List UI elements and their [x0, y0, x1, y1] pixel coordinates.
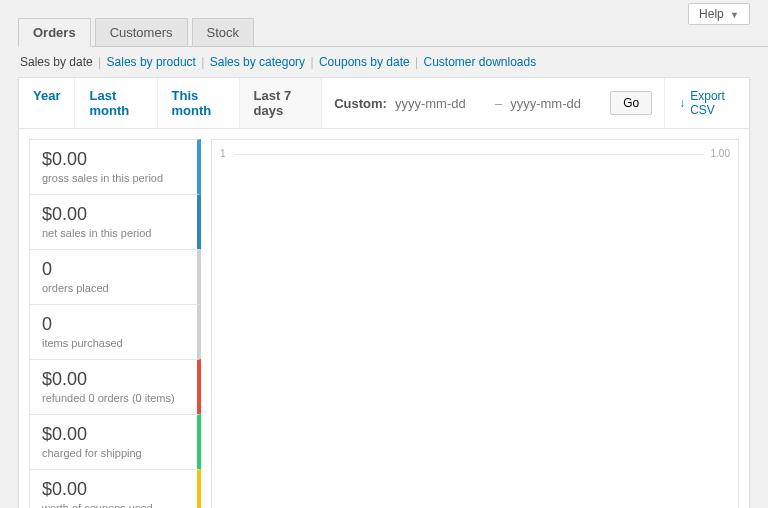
subnav-sales-by-date[interactable]: Sales by date — [20, 55, 93, 69]
stat-value: $0.00 — [42, 479, 185, 500]
stat-value: $0.00 — [42, 204, 185, 225]
separator: | — [415, 55, 418, 69]
stat-gross-sales[interactable]: $0.00 gross sales in this period — [29, 139, 201, 195]
stat-label: refunded 0 orders (0 items) — [42, 392, 185, 404]
stat-items-purchased[interactable]: 0 items purchased — [29, 304, 201, 360]
main-tabs: Orders Customers Stock — [18, 18, 768, 47]
export-csv-button[interactable]: ↓ Export CSV — [664, 78, 749, 128]
stat-label: orders placed — [42, 282, 185, 294]
stat-label: items purchased — [42, 337, 185, 349]
range-last-month[interactable]: Last month — [75, 78, 157, 128]
stat-net-sales[interactable]: $0.00 net sales in this period — [29, 194, 201, 250]
stat-refunded[interactable]: $0.00 refunded 0 orders (0 items) — [29, 359, 201, 415]
stats-column: $0.00 gross sales in this period $0.00 n… — [29, 139, 201, 508]
separator: | — [98, 55, 101, 69]
separator: | — [201, 55, 204, 69]
export-label: Export CSV — [690, 89, 735, 117]
stat-label: gross sales in this period — [42, 172, 185, 184]
date-dash: – — [495, 96, 502, 111]
stat-shipping[interactable]: $0.00 charged for shipping — [29, 414, 201, 470]
chart-area: 1 1.00 — [211, 139, 739, 508]
chart-right-tick: 1.00 — [711, 148, 730, 159]
stat-value: 0 — [42, 314, 185, 335]
report-body: $0.00 gross sales in this period $0.00 n… — [19, 129, 749, 508]
stat-label: charged for shipping — [42, 447, 185, 459]
go-button[interactable]: Go — [610, 91, 652, 115]
stat-value: $0.00 — [42, 424, 185, 445]
range-custom: Custom: – Go — [322, 78, 664, 128]
help-label: Help — [699, 7, 724, 21]
date-to-input[interactable] — [510, 96, 602, 111]
stat-coupons[interactable]: $0.00 worth of coupons used — [29, 469, 201, 508]
chart-gridline — [234, 154, 704, 155]
separator: | — [310, 55, 313, 69]
stat-value: $0.00 — [42, 369, 185, 390]
report-panel: Year Last month This month Last 7 days C… — [18, 77, 750, 508]
subnav-coupons-by-date[interactable]: Coupons by date — [319, 55, 410, 69]
date-range-row: Year Last month This month Last 7 days C… — [19, 78, 749, 129]
subnav-sales-by-product[interactable]: Sales by product — [107, 55, 196, 69]
help-button[interactable]: Help ▼ — [688, 3, 750, 25]
stat-value: 0 — [42, 259, 185, 280]
date-from-input[interactable] — [395, 96, 487, 111]
tab-customers[interactable]: Customers — [95, 18, 188, 46]
stat-label: worth of coupons used — [42, 502, 185, 508]
range-year[interactable]: Year — [19, 78, 75, 128]
report-subnav: Sales by date | Sales by product | Sales… — [20, 55, 768, 69]
tab-orders[interactable]: Orders — [18, 18, 91, 47]
stat-orders-placed[interactable]: 0 orders placed — [29, 249, 201, 305]
stat-value: $0.00 — [42, 149, 185, 170]
range-last-7-days[interactable]: Last 7 days — [240, 78, 323, 128]
subnav-sales-by-category[interactable]: Sales by category — [210, 55, 305, 69]
subnav-customer-downloads[interactable]: Customer downloads — [423, 55, 536, 69]
custom-label: Custom: — [334, 96, 387, 111]
chevron-down-icon: ▼ — [730, 10, 739, 20]
stat-label: net sales in this period — [42, 227, 185, 239]
tab-stock[interactable]: Stock — [192, 18, 255, 46]
range-this-month[interactable]: This month — [158, 78, 240, 128]
chart-left-tick: 1 — [220, 148, 226, 159]
download-icon: ↓ — [679, 96, 685, 110]
